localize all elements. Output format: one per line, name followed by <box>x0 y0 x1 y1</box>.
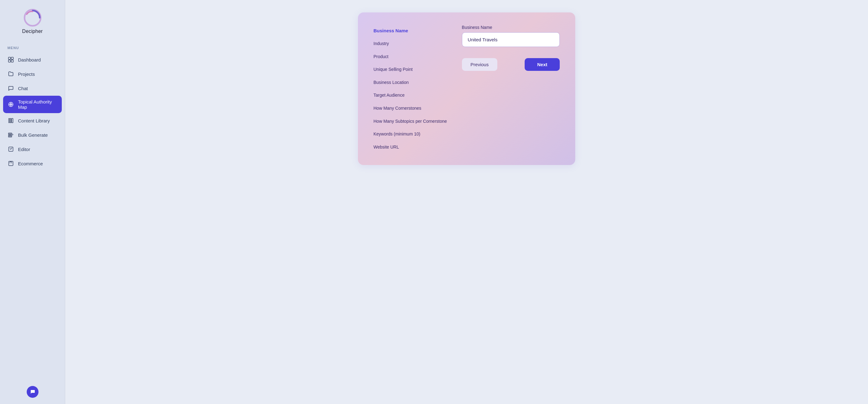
chat-bubble-icon <box>30 389 36 395</box>
sidebar-item-label: Topical Authority Map <box>18 99 57 110</box>
main-content: Business Name Industry Product Unique Se… <box>65 0 868 404</box>
step-target-audience[interactable]: Target Audience <box>373 90 447 101</box>
logo-area: Decipher <box>0 0 65 40</box>
form-main: Business Name Previous Next <box>462 25 560 152</box>
library-icon <box>7 117 14 124</box>
sidebar-item-label: Projects <box>18 71 35 77</box>
sidebar-item-label: Chat <box>18 86 28 91</box>
step-unique-selling-point[interactable]: Unique Selling Point <box>373 64 447 75</box>
svg-rect-3 <box>8 60 10 62</box>
dashboard-icon <box>7 56 14 63</box>
sidebar-item-content-library[interactable]: Content Library <box>3 114 62 127</box>
form-actions: Previous Next <box>462 58 560 71</box>
sidebar-item-label: Ecommerce <box>18 161 43 166</box>
sidebar-item-label: Content Library <box>18 118 50 123</box>
sidebar-item-dashboard[interactable]: Dashboard <box>3 53 62 66</box>
sidebar-item-editor[interactable]: Editor <box>3 142 62 156</box>
next-button[interactable]: Next <box>525 58 560 71</box>
sidebar-item-chat[interactable]: Chat <box>3 81 62 95</box>
form-card: Business Name Industry Product Unique Se… <box>358 12 575 165</box>
sidebar-item-label: Editor <box>18 147 30 152</box>
step-how-many-cornerstones[interactable]: How Many Cornerstones <box>373 103 447 114</box>
svg-rect-9 <box>9 118 10 123</box>
form-steps: Business Name Industry Product Unique Se… <box>373 25 447 152</box>
bulk-icon <box>7 132 14 138</box>
step-business-name[interactable]: Business Name <box>373 25 447 36</box>
svg-rect-1 <box>8 57 10 59</box>
svg-rect-16 <box>9 161 13 166</box>
sidebar: Decipher MENU Dashboard Projects <box>0 0 65 404</box>
step-business-location[interactable]: Business Location <box>373 77 447 88</box>
sidebar-item-projects[interactable]: Projects <box>3 67 62 81</box>
sidebar-item-label: Bulk Generate <box>18 133 48 138</box>
menu-label: MENU <box>0 40 65 53</box>
form-layout: Business Name Industry Product Unique Se… <box>373 25 560 152</box>
step-subtopics-per-cornerstone[interactable]: How Many Subtopics per Cornerstone <box>373 116 447 127</box>
chat-bubble-button[interactable] <box>27 386 38 398</box>
step-website-url[interactable]: Website URL <box>373 142 447 153</box>
svg-rect-12 <box>8 133 12 134</box>
svg-rect-10 <box>10 118 11 123</box>
field-label: Business Name <box>462 25 560 30</box>
logo-icon <box>24 9 41 27</box>
step-industry[interactable]: Industry <box>373 38 447 50</box>
field-group: Business Name <box>462 25 560 47</box>
svg-rect-11 <box>12 118 13 123</box>
sidebar-item-topical-authority-map[interactable]: Topical Authority Map <box>3 96 62 113</box>
business-name-input[interactable] <box>462 32 560 47</box>
editor-icon <box>7 146 14 152</box>
sidebar-item-bulk-generate[interactable]: Bulk Generate <box>3 128 62 142</box>
svg-rect-13 <box>8 135 12 136</box>
map-icon <box>7 101 14 108</box>
sidebar-bottom <box>0 380 65 404</box>
projects-icon <box>7 70 14 77</box>
svg-rect-14 <box>8 136 12 137</box>
step-product[interactable]: Product <box>373 51 447 62</box>
previous-button[interactable]: Previous <box>462 58 497 71</box>
sidebar-item-label: Dashboard <box>18 57 41 62</box>
step-keywords[interactable]: Keywords (minimum 10) <box>373 129 447 140</box>
chat-icon <box>7 85 14 92</box>
sidebar-item-ecommerce[interactable]: Ecommerce <box>3 156 62 170</box>
svg-rect-4 <box>11 60 13 62</box>
svg-rect-2 <box>11 57 13 59</box>
app-name: Decipher <box>22 29 42 34</box>
ecommerce-icon <box>7 160 14 167</box>
sidebar-nav: Dashboard Projects Chat <box>0 53 65 380</box>
